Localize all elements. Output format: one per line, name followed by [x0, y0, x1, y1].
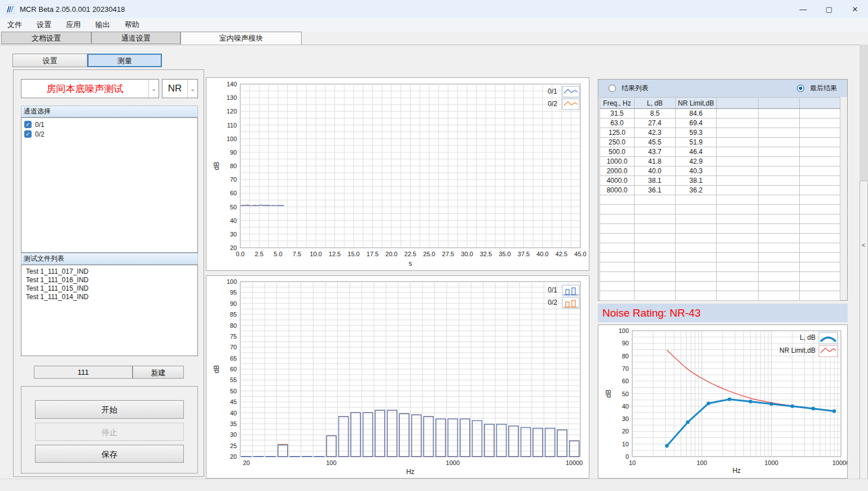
test-type-combobox[interactable]: 房间本底噪声测试 ⌄ [21, 79, 159, 98]
table-cell: 45.5 [635, 138, 676, 147]
table-cell: 46.4 [676, 147, 717, 157]
channel-item-0/1[interactable]: ✓0/1 [21, 120, 197, 129]
table-row[interactable]: 1000.041.842.9 [600, 157, 840, 166]
menu-output[interactable]: 输出 [88, 18, 117, 32]
table-cell [717, 272, 759, 282]
channel-checkbox[interactable]: ✓ [24, 130, 32, 138]
table-cell: 36.1 [635, 186, 676, 195]
svg-text:90: 90 [230, 149, 237, 156]
svg-text:35.0: 35.0 [499, 251, 510, 257]
table-cell [759, 138, 800, 147]
collapse-left-icon: < [862, 242, 865, 248]
table-cell [759, 147, 800, 157]
menu-help[interactable]: 帮助 [117, 18, 147, 32]
table-cell: 40.0 [635, 166, 676, 176]
tab-channel-settings[interactable]: 通道设置 [91, 32, 180, 44]
svg-text:10.0: 10.0 [310, 251, 321, 257]
table-cell [717, 291, 759, 301]
results-column-header: L, dB [635, 98, 676, 109]
rating-standard-combobox[interactable]: NR ⌄ [162, 79, 198, 98]
titlebar: MCR Beta 2.05.0.001 20230418 — ▢ ✕ [0, 0, 868, 18]
table-cell [635, 224, 676, 234]
chevron-down-icon[interactable]: ⌄ [148, 80, 158, 98]
table-row[interactable]: 500.043.746.4 [600, 147, 840, 157]
svg-text:0.0: 0.0 [236, 251, 244, 257]
table-cell [759, 253, 800, 262]
svg-text:37.5: 37.5 [518, 251, 530, 257]
test-file-item[interactable]: Test 1_111_017_IND [21, 268, 197, 276]
menu-settings[interactable]: 设置 [29, 18, 59, 32]
svg-text:90: 90 [230, 300, 237, 307]
test-file-list[interactable]: Test 1_111_017_INDTest 1_111_016_INDTest… [21, 265, 198, 356]
table-row[interactable]: 31.58.584.6 [600, 109, 840, 119]
file-name-input[interactable] [34, 366, 133, 379]
channel-checkbox[interactable]: ✓ [24, 121, 32, 128]
table-cell: 38.1 [676, 176, 717, 186]
new-button[interactable]: 新建 [133, 366, 184, 379]
svg-text:1000: 1000 [764, 459, 778, 466]
table-row[interactable]: 125.042.359.3 [600, 128, 840, 138]
table-cell: 27.4 [635, 119, 676, 128]
close-button[interactable]: ✕ [842, 0, 868, 18]
table-cell [676, 214, 717, 224]
table-cell [676, 291, 717, 301]
table-cell [600, 272, 635, 282]
start-button[interactable]: 开始 [35, 400, 184, 419]
test-file-item[interactable]: Test 1_111_014_IND [21, 293, 197, 301]
table-cell [717, 138, 759, 147]
table-cell: 40.3 [676, 166, 717, 176]
table-cell [800, 214, 840, 224]
table-cell [759, 262, 800, 272]
app-logo-icon [6, 5, 15, 14]
minimize-button[interactable]: — [790, 0, 816, 18]
table-cell [600, 234, 635, 243]
svg-text:80: 80 [230, 163, 237, 169]
table-cell [635, 205, 676, 214]
svg-text:100: 100 [227, 135, 237, 142]
channel-list[interactable]: ✓0/1✓0/2 [21, 117, 198, 253]
test-file-item[interactable]: Test 1_111_016_IND [21, 276, 197, 284]
svg-text:40: 40 [622, 403, 629, 410]
channel-item-0/2[interactable]: ✓0/2 [21, 129, 197, 139]
svg-text:80: 80 [622, 353, 629, 360]
table-cell: 2000.0 [600, 166, 635, 176]
tab-indoor-noise-module[interactable]: 室内噪声模块 [180, 32, 302, 45]
table-cell [676, 262, 717, 272]
svg-text:50: 50 [230, 388, 237, 394]
table-row[interactable]: 250.045.551.9 [600, 138, 840, 147]
results-mode-band: 结果列表 最后结果 [598, 80, 847, 97]
menu-file[interactable]: 文件 [0, 18, 29, 32]
table-cell [759, 282, 800, 291]
svg-text:Hz: Hz [733, 467, 741, 475]
table-row [600, 262, 840, 272]
table-cell [759, 157, 800, 166]
result-list-radio[interactable] [609, 85, 616, 92]
results-column-header [759, 98, 800, 109]
table-row[interactable]: 63.027.469.4 [600, 119, 840, 128]
last-result-radio[interactable] [797, 85, 804, 92]
svg-text:35: 35 [230, 420, 237, 427]
collapse-panel-handle[interactable]: < [860, 181, 868, 491]
svg-text:10: 10 [622, 441, 629, 448]
table-cell [635, 291, 676, 301]
test-file-item[interactable]: Test 1_111_015_IND [21, 284, 197, 293]
table-cell [759, 119, 800, 128]
table-row [600, 243, 840, 253]
table-row[interactable]: 2000.040.040.3 [600, 166, 840, 176]
svg-text:20: 20 [243, 459, 250, 466]
table-cell [800, 176, 840, 186]
svg-text:100: 100 [326, 459, 336, 466]
save-button[interactable]: 保存 [35, 445, 184, 463]
subtab-settings[interactable]: 设置 [12, 54, 87, 67]
table-cell [717, 262, 759, 272]
maximize-button[interactable]: ▢ [816, 0, 842, 18]
subtab-measure[interactable]: 测量 [87, 54, 162, 67]
stop-button[interactable]: 停止 [35, 423, 184, 441]
table-row[interactable]: 8000.036.136.2 [600, 186, 840, 195]
tab-document-settings[interactable]: 文档设置 [1, 32, 91, 44]
chevron-down-icon[interactable]: ⌄ [187, 80, 197, 98]
svg-text:140: 140 [227, 81, 237, 87]
menu-application[interactable]: 应用 [59, 18, 88, 32]
table-cell [676, 282, 717, 291]
table-row[interactable]: 4000.038.138.1 [600, 176, 840, 186]
